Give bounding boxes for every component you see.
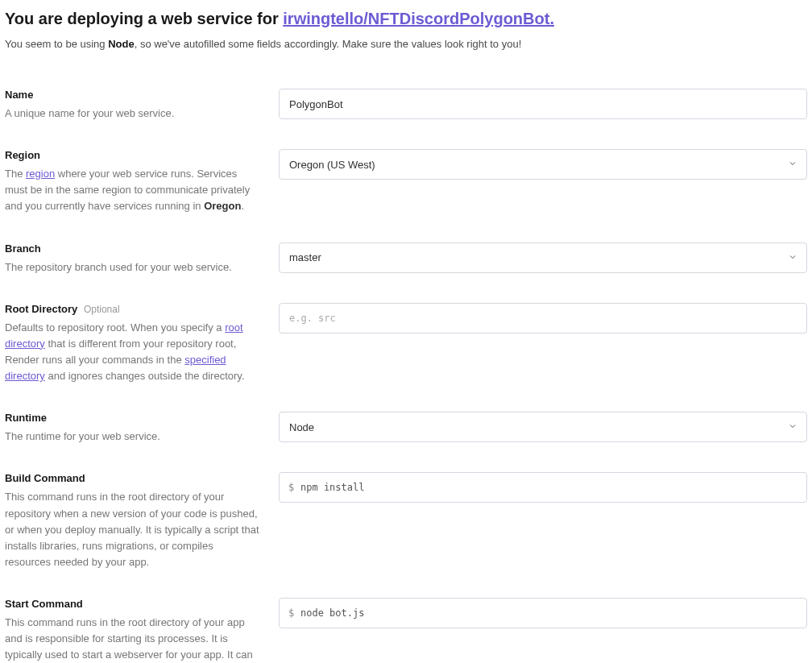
region-link[interactable]: region [26, 168, 55, 180]
name-label: Name [5, 89, 259, 101]
region-help: The region where your web service runs. … [5, 166, 259, 214]
root-directory-label-text: Root Directory [5, 303, 77, 315]
name-help: A unique name for your web service. [5, 106, 259, 122]
root-directory-input[interactable] [279, 303, 807, 334]
row-root-directory: Root Directory Optional Defaults to repo… [5, 303, 807, 385]
root-directory-label: Root Directory Optional [5, 303, 259, 315]
region-label: Region [5, 149, 259, 161]
rootdir-help-before: Defaults to repository root. When you sp… [5, 321, 225, 334]
subtitle-after: , so we've autofilled some fields accord… [135, 38, 522, 50]
page-title-prefix: You are deploying a web service for [5, 10, 283, 27]
subtitle-before: You seem to be using [5, 38, 108, 50]
row-start-command: Start Command This command runs in the r… [5, 598, 807, 663]
page-subtitle: You seem to be using Node, so we've auto… [5, 38, 807, 50]
start-command-help: This command runs in the root directory … [5, 615, 259, 663]
branch-help: The repository branch used for your web … [5, 259, 259, 276]
runtime-select[interactable]: Node [279, 412, 807, 442]
row-build-command: Build Command This command runs in the r… [5, 472, 807, 570]
runtime-label: Runtime [5, 412, 259, 424]
build-command-input[interactable] [279, 472, 807, 503]
start-command-label: Start Command [5, 598, 259, 610]
branch-label: Branch [5, 242, 259, 255]
rootdir-help-after: and ignores changes outside the director… [45, 370, 245, 382]
build-command-help: This command runs in the root directory … [5, 489, 259, 570]
subtitle-detected-runtime: Node [108, 38, 135, 50]
repo-link[interactable]: irwingtello/NFTDiscordPolygonBot. [283, 10, 554, 27]
region-help-before: The [5, 168, 26, 180]
build-command-label: Build Command [5, 472, 259, 484]
runtime-help: The runtime for your web service. [5, 429, 259, 445]
page-title: You are deploying a web service for irwi… [5, 10, 807, 28]
row-runtime: Runtime The runtime for your web service… [5, 412, 807, 445]
region-help-after: . [241, 200, 244, 212]
root-directory-optional: Optional [84, 304, 120, 315]
start-command-input[interactable] [279, 598, 807, 628]
row-name: Name A unique name for your web service. [5, 89, 807, 122]
row-region: Region The region where your web service… [5, 149, 807, 214]
name-input[interactable] [279, 89, 807, 119]
root-directory-help: Defaults to repository root. When you sp… [5, 320, 259, 385]
row-branch: Branch The repository branch used for yo… [5, 242, 807, 276]
region-help-bold: Oregon [204, 200, 241, 212]
region-select[interactable]: Oregon (US West) [279, 149, 807, 180]
branch-select[interactable]: master [279, 242, 807, 273]
